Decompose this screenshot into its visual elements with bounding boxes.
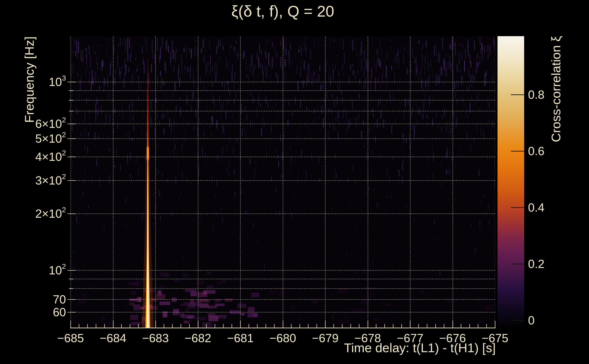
y-tick-label: 2×102 bbox=[13, 207, 66, 221]
colorbar-tick-mark bbox=[511, 264, 524, 264]
colorbar-tick-mark bbox=[511, 320, 524, 321]
y-tick-label: 102 bbox=[13, 263, 66, 277]
x-tick-label: −675 bbox=[482, 331, 508, 345]
x-tick-label: −678 bbox=[354, 331, 381, 345]
chart-title: ξ(δ t, f), Q = 20 bbox=[71, 2, 495, 20]
colorbar-tick-mark bbox=[511, 151, 524, 151]
x-tick-label: −682 bbox=[185, 331, 211, 345]
x-tick-label: −679 bbox=[312, 331, 338, 345]
colorbar-gradient bbox=[497, 36, 524, 328]
y-tick-label: 3×102 bbox=[13, 174, 66, 187]
x-tick-label: −677 bbox=[397, 331, 423, 345]
y-tick-label: 6×102 bbox=[13, 117, 66, 130]
y-tick-label: 103 bbox=[13, 75, 66, 89]
colorbar-tick-label: 0 bbox=[528, 313, 535, 327]
colorbar-title: Cross-correlation ξ bbox=[549, 36, 563, 142]
y-tick-label: 60 bbox=[13, 305, 66, 319]
colorbar-tick-label: 0.8 bbox=[528, 88, 544, 101]
x-tick-label: −680 bbox=[269, 331, 296, 345]
y-tick-label: 5×102 bbox=[13, 132, 66, 145]
x-tick-label: −683 bbox=[142, 331, 169, 345]
colorbar-tick-label: 0.4 bbox=[528, 201, 544, 214]
colorbar-tick-label: 0.6 bbox=[528, 144, 544, 158]
y-tick-label: 70 bbox=[13, 292, 66, 306]
x-tick-label: −684 bbox=[100, 331, 126, 345]
x-tick-label: −685 bbox=[57, 331, 84, 345]
colorbar-tick-label: 0.2 bbox=[528, 257, 544, 271]
colorbar-tick-mark bbox=[511, 207, 524, 208]
y-tick-label: 4×102 bbox=[13, 150, 66, 163]
spectrogram-plot bbox=[64, 34, 501, 332]
x-tick-label: −681 bbox=[227, 331, 254, 345]
figure-root: ξ(δ t, f), Q = 20 Frequency [Hz] Time de… bbox=[0, 0, 589, 364]
colorbar-tick-mark bbox=[511, 94, 524, 95]
x-tick-label: −676 bbox=[439, 331, 466, 345]
